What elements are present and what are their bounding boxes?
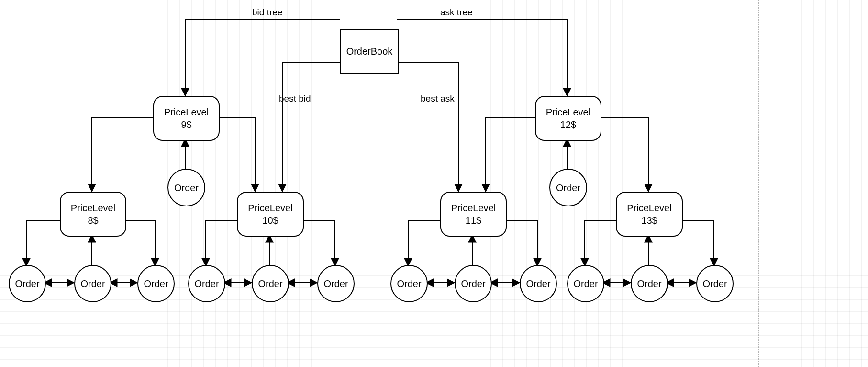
price-level-price: 9$	[181, 118, 191, 131]
edge-label-best-bid: best bid	[279, 93, 311, 104]
price-level-13[interactable]: PriceLevel 13$	[616, 192, 683, 237]
price-level-price: 12$	[560, 118, 576, 131]
order-label: Order	[461, 277, 485, 290]
edge-label-bid-tree: bid tree	[252, 7, 282, 18]
price-level-title: PriceLevel	[248, 202, 292, 214]
edges-layer	[0, 0, 868, 367]
order-label: Order	[144, 277, 168, 290]
order-node[interactable]: Order	[631, 265, 668, 302]
order-node[interactable]: Order	[567, 265, 604, 302]
order-label: Order	[397, 277, 421, 290]
price-level-price: 13$	[641, 214, 657, 227]
order-label: Order	[526, 277, 550, 290]
order-label: Order	[174, 182, 199, 194]
price-level-8[interactable]: PriceLevel 8$	[60, 192, 126, 237]
price-level-9[interactable]: PriceLevel 9$	[153, 96, 220, 141]
order-node[interactable]: Order	[696, 265, 734, 302]
orderbook-label: OrderBook	[346, 45, 393, 57]
order-node[interactable]: Order	[188, 265, 225, 302]
order-node[interactable]: Order	[549, 169, 587, 206]
order-label: Order	[702, 277, 727, 290]
order-node[interactable]: Order	[137, 265, 175, 302]
order-label: Order	[15, 277, 39, 290]
price-level-10[interactable]: PriceLevel 10$	[237, 192, 304, 237]
edge-label-best-ask: best ask	[421, 93, 455, 104]
order-label: Order	[637, 277, 661, 290]
order-label: Order	[556, 182, 580, 194]
price-level-12[interactable]: PriceLevel 12$	[535, 96, 601, 141]
order-label: Order	[80, 277, 105, 290]
order-node[interactable]: Order	[74, 265, 111, 302]
price-level-title: PriceLevel	[627, 202, 671, 214]
price-level-title: PriceLevel	[164, 106, 209, 118]
order-node[interactable]: Order	[167, 169, 205, 206]
order-node[interactable]: Order	[455, 265, 492, 302]
diagram-canvas: OrderBook bid tree ask tree best bid bes…	[0, 0, 868, 367]
order-label: Order	[194, 277, 219, 290]
edge-label-ask-tree: ask tree	[440, 7, 473, 18]
price-level-title: PriceLevel	[451, 202, 496, 214]
order-label: Order	[323, 277, 348, 290]
price-level-price: 10$	[262, 214, 278, 227]
order-label: Order	[258, 277, 282, 290]
order-node[interactable]: Order	[520, 265, 557, 302]
price-level-price: 11$	[466, 214, 481, 227]
price-level-11[interactable]: PriceLevel 11$	[440, 192, 507, 237]
orderbook-node[interactable]: OrderBook	[340, 29, 399, 74]
order-node[interactable]: Order	[252, 265, 289, 302]
order-node[interactable]: Order	[9, 265, 46, 302]
order-node[interactable]: Order	[317, 265, 355, 302]
price-level-title: PriceLevel	[71, 202, 115, 214]
price-level-title: PriceLevel	[546, 106, 590, 118]
order-node[interactable]: Order	[390, 265, 428, 302]
price-level-price: 8$	[88, 214, 98, 227]
order-label: Order	[573, 277, 598, 290]
